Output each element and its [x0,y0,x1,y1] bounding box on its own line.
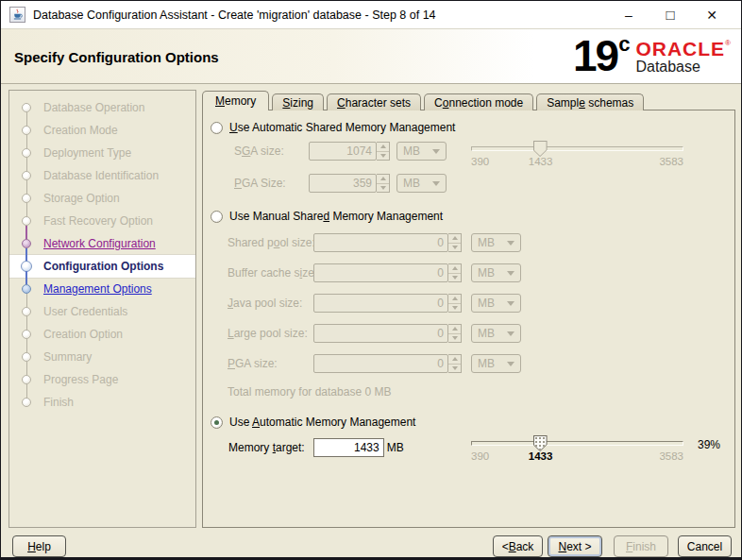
pga-size-field: 359 [309,174,377,193]
sga-size-field-group: 1074 MB [309,142,447,161]
sga-size-row: SGA size: [234,142,284,161]
shared-pool-label-row: Shared pool size: [228,233,315,252]
back-button[interactable]: < Back [493,535,543,557]
large-pool-size-field: 0 [313,324,448,343]
manual-pga-unit-select: MB [471,354,521,373]
finish-button: Finish [614,535,668,557]
asmm-radio[interactable] [211,122,223,134]
tab-sizing[interactable]: Sizing [272,93,324,110]
tab-character-sets[interactable]: Character sets [327,93,421,110]
wizard-steps-sidebar: Database Operation Creation Mode Deploym… [8,90,196,528]
large-pool-size-label: Large pool size: [228,327,308,340]
sidebar-item-database-operation: Database Operation [9,96,195,119]
slider-track [471,441,683,446]
help-button[interactable]: Help [12,535,66,557]
sidebar-item-configuration-options: Configuration Options [9,255,195,278]
pga-size-spinner [377,174,390,193]
chevron-down-icon [432,181,440,186]
minimize-button[interactable]: – [608,1,649,29]
sga-slider: 390 1433 3583 [471,143,683,167]
pga-unit-select: MB [396,174,447,193]
amm-radio-row: Use Automatic Memory Management [211,413,415,432]
logo-oracle: ORACLE [635,38,725,59]
step-bullet-icon [22,126,31,135]
amm-radio[interactable] [211,416,223,429]
next-button[interactable]: Next > [548,535,602,557]
step-bullet-icon [22,194,31,203]
java-pool-size-field: 0 [313,294,448,313]
buffer-cache-label-row: Buffer cache size: [228,263,317,282]
chevron-down-icon [507,271,514,276]
slider-max-label: 3583 [659,450,683,462]
memory-target-input[interactable] [313,438,384,457]
page-header: Specify Configuration Options 19 c ORACL… [1,29,741,84]
step-bullet-icon [22,148,31,158]
oracle-19c-logo: 19 c ORACLE® Database [573,32,731,79]
logo-registered-mark: ® [725,39,731,47]
total-memory-label: Total memory for database 0 MB [228,385,391,399]
total-memory-row: Total memory for database 0 MB [228,382,391,401]
step-bullet-icon [22,284,31,294]
java-pool-unit-select: MB [471,294,521,313]
pga-size-label: PGA Size: [234,177,286,190]
slider-max-label: 3583 [659,156,683,167]
chevron-down-icon [507,362,514,366]
buffer-cache-size-label: Buffer cache size: [228,266,317,280]
chevron-down-icon [432,149,440,154]
window-controls: – □ ✕ [608,1,733,29]
msmm-radio-label: Use Manual Shared Memory Management [229,210,443,223]
manual-pga-field-group: 0 MB [313,354,521,373]
step-bullet-icon [22,103,31,112]
java-pool-label-row: Java pool size: [228,294,302,313]
sidebar-item-storage-option: Storage Option [9,187,195,210]
chevron-down-icon [507,241,514,246]
sidebar-item-finish: Finish [9,391,195,414]
cancel-button[interactable]: Cancel [678,535,732,557]
java-pool-field-group: 0 MB [313,294,521,313]
manual-pga-size-label: PGA size: [228,357,278,370]
sidebar-item-management-options[interactable]: Management Options [9,278,195,300]
maximize-button[interactable]: □ [649,1,691,29]
large-pool-label-row: Large pool size: [228,324,308,343]
tab-memory[interactable]: Memory [202,91,269,110]
large-pool-field-group: 0 MB [313,324,521,343]
title-bar: Database Configuration Assistant - Creat… [1,1,741,29]
dbca-window: Database Configuration Assistant - Creat… [0,0,742,560]
step-bullet-icon [22,307,31,316]
buffer-cache-field-group: 0 MB [313,263,521,282]
shared-pool-unit-select: MB [471,233,521,252]
amm-radio-label: Use Automatic Memory Management [229,416,415,429]
chevron-down-icon [507,331,514,336]
buffer-cache-size-field: 0 [313,263,448,282]
close-button[interactable]: ✕ [691,1,733,29]
sidebar-item-deployment-type: Deployment Type [9,142,195,164]
slider-thumb[interactable] [533,435,548,451]
slider-min-label: 390 [471,450,489,462]
shared-pool-spinner [448,233,462,252]
asmm-radio-label: Use Automatic Shared Memory Management [229,121,455,134]
msmm-radio[interactable] [211,211,223,223]
logo-database: Database [635,59,731,76]
large-pool-spinner [448,324,462,343]
manual-pga-spinner [448,354,462,373]
page-title: Specify Configuration Options [14,49,219,65]
tab-connection-mode[interactable]: Connection mode [424,93,533,110]
step-bullet-icon [22,216,31,226]
step-bullet-icon [22,352,31,362]
memory-target-label: Memory target: [228,441,305,454]
asmm-radio-row: Use Automatic Shared Memory Management [211,118,455,137]
tab-sample-schemas[interactable]: Sample schemas [536,93,644,110]
large-pool-unit-select: MB [471,324,521,343]
sidebar-item-user-credentials: User Credentials [9,300,195,323]
logo-c: c [618,32,630,57]
step-bullet-icon [22,398,31,407]
sidebar-item-creation-option: Creation Option [9,323,195,346]
memory-tab-panel: Use Automatic Shared Memory Management S… [202,110,735,528]
step-bullet-icon [22,330,31,339]
chevron-down-icon [507,301,514,306]
msmm-radio-row: Use Manual Shared Memory Management [211,207,443,226]
window-title: Database Configuration Assistant - Creat… [33,8,436,22]
sidebar-item-network-configuration[interactable]: Network Configuration [9,232,195,255]
slider-thumb [533,141,548,157]
manual-pga-label-row: PGA size: [228,354,278,373]
